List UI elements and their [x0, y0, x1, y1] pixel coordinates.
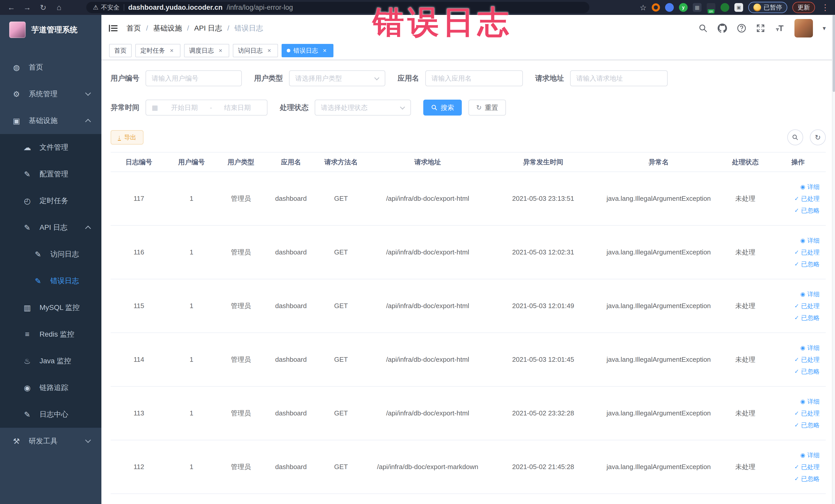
extension-sprout-icon[interactable]: [720, 3, 729, 12]
mark-ignored-link[interactable]: ✓已忽略: [794, 475, 820, 483]
close-icon[interactable]: ×: [321, 47, 328, 54]
detail-link[interactable]: ◉详细: [800, 451, 820, 459]
mark-processed-link[interactable]: ✓已处理: [794, 409, 820, 418]
refresh-table-button[interactable]: ↻: [810, 129, 826, 145]
sidebar-item-dev-tools[interactable]: ⚒ 研发工具: [0, 428, 101, 455]
browser-reload-button[interactable]: ↻: [37, 2, 50, 13]
app-name-input[interactable]: [431, 75, 517, 82]
profile-paused-pill[interactable]: 已暂停: [748, 2, 787, 13]
browser-toolbar-right: ☆ y ▦ on ▣ 已暂停 更新 ⋮: [640, 2, 830, 13]
font-size-icon[interactable]: [775, 23, 785, 33]
user-id-input[interactable]: [152, 75, 236, 82]
tab-scheduled-tasks[interactable]: 定时任务 ×: [135, 44, 180, 57]
sidebar-item-file-management[interactable]: ☁ 文件管理: [0, 134, 101, 161]
sidebar-item-home[interactable]: ◍ 首页: [0, 54, 101, 81]
main-area: 首页 / 基础设施 / API 日志 / 错误日志: [101, 15, 835, 504]
sidebar-item-access-log[interactable]: ✎ 访问日志: [0, 241, 101, 267]
extension-grid-icon[interactable]: ▦: [693, 3, 701, 12]
mark-processed-link[interactable]: ✓已处理: [794, 356, 820, 364]
browser-home-button[interactable]: ⌂: [53, 2, 66, 13]
user-avatar[interactable]: [794, 19, 813, 38]
table-row: 117 1 管理员 dashboard GET /api/infra/db-do…: [110, 172, 826, 225]
page-scrollbar[interactable]: [832, 15, 835, 504]
browser-update-button[interactable]: 更新: [792, 2, 815, 13]
cell-log-id: 117: [110, 172, 167, 225]
toolbox-icon: ⚒: [11, 437, 22, 446]
date-range-separator: -: [208, 104, 213, 112]
chart-icon: ▥: [22, 303, 33, 312]
tab-home[interactable]: 首页: [109, 44, 132, 57]
end-date-placeholder: 结束日期: [213, 103, 261, 112]
tab-access-log[interactable]: 访问日志 ×: [233, 44, 278, 57]
extension-adblock-icon[interactable]: [652, 3, 660, 12]
sidebar-item-trace[interactable]: ◉ 链路追踪: [0, 374, 101, 401]
breadcrumb-api-log[interactable]: API 日志: [194, 23, 222, 33]
cell-request-url: /api/infra/db-doc/export-markdown: [366, 440, 489, 494]
filter-user-id: 用户编号: [110, 70, 242, 86]
sidebar-logo[interactable]: 芋道管理系统: [0, 15, 101, 45]
mark-processed-link[interactable]: ✓已处理: [794, 302, 820, 310]
app-window: 芋道管理系统 ◍ 首页 ⚙ 系统管理 ▣ 基础设施: [0, 15, 835, 504]
mark-processed-link[interactable]: ✓已处理: [794, 195, 820, 203]
request-url-input[interactable]: [576, 75, 661, 82]
detail-link[interactable]: ◉详细: [800, 290, 820, 298]
col-exception-name: 异常名: [597, 152, 720, 172]
sidebar-item-log-center[interactable]: ✎ 日志中心: [0, 401, 101, 428]
mark-processed-link[interactable]: ✓已处理: [794, 463, 820, 471]
mark-ignored-link[interactable]: ✓已忽略: [794, 260, 820, 268]
hamburger-icon[interactable]: [101, 15, 125, 42]
mark-ignored-link[interactable]: ✓已忽略: [794, 421, 820, 429]
breadcrumb-infrastructure[interactable]: 基础设施: [153, 23, 182, 33]
sidebar-item-error-log[interactable]: ✎ 错误日志: [0, 267, 101, 294]
extension-switch-icon[interactable]: on: [707, 3, 715, 12]
mark-ignored-link[interactable]: ✓已忽略: [794, 314, 820, 322]
sidebar-item-api-log[interactable]: ✎ API 日志: [0, 214, 101, 241]
extension-green-icon[interactable]: y: [679, 3, 688, 12]
browser-menu-icon[interactable]: ⋮: [820, 3, 830, 12]
tab-schedule-log[interactable]: 调度日志 ×: [184, 44, 229, 57]
extension-blue-icon[interactable]: [665, 3, 674, 12]
reset-button[interactable]: ↻ 重置: [468, 100, 506, 116]
date-range-picker[interactable]: ▦ 开始日期 - 结束日期: [145, 100, 267, 116]
sidebar-item-scheduled-tasks[interactable]: ◴ 定时任务: [0, 187, 101, 214]
help-icon[interactable]: [737, 24, 746, 33]
mark-ignored-link[interactable]: ✓已忽略: [794, 206, 820, 215]
github-icon[interactable]: [717, 23, 727, 33]
toggle-search-button[interactable]: [787, 129, 803, 145]
sidebar-item-java-monitor[interactable]: ♨ Java 监控: [0, 348, 101, 374]
sidebar-item-mysql-monitor[interactable]: ▥ MySQL 监控: [0, 294, 101, 321]
breadcrumb-home[interactable]: 首页: [126, 23, 141, 33]
sidebar-item-infrastructure[interactable]: ▣ 基础设施: [0, 107, 101, 134]
user-type-select[interactable]: 请选择用户类型: [289, 70, 385, 86]
close-icon[interactable]: ×: [168, 47, 175, 54]
process-status-select[interactable]: 请选择处理状态: [315, 100, 411, 116]
browser-back-button[interactable]: ←: [5, 2, 18, 13]
address-bar[interactable]: ⚠ 不安全 dashboard.yudao.iocoder.cn/infra/l…: [86, 2, 589, 13]
detail-link[interactable]: ◉详细: [800, 398, 820, 406]
sidebar-item-redis-monitor[interactable]: ≡ Redis 监控: [0, 321, 101, 348]
sidebar-item-config-management[interactable]: ✎ 配置管理: [0, 161, 101, 187]
search-icon[interactable]: [698, 24, 708, 33]
extensions-puzzle-icon[interactable]: ▣: [734, 3, 743, 12]
detail-link[interactable]: ◉详细: [800, 344, 820, 352]
search-button[interactable]: 搜索: [423, 100, 462, 116]
sidebar-item-label: 基础设施: [29, 116, 58, 125]
mark-ignored-link[interactable]: ✓已忽略: [794, 367, 820, 376]
bookmark-star-icon[interactable]: ☆: [640, 3, 647, 12]
action-label: 已处理: [801, 463, 820, 471]
browser-forward-button[interactable]: →: [21, 2, 34, 13]
tab-error-log[interactable]: 错误日志 ×: [282, 44, 333, 57]
close-icon[interactable]: ×: [217, 47, 224, 54]
check-icon: ✓: [794, 422, 799, 428]
close-icon[interactable]: ×: [266, 47, 273, 54]
fullscreen-icon[interactable]: [756, 24, 765, 33]
export-button[interactable]: ↓ 导出: [110, 130, 143, 144]
cell-app-name: dashboard: [266, 333, 316, 386]
scrollbar-thumb[interactable]: [833, 15, 835, 92]
sidebar-item-system-management[interactable]: ⚙ 系统管理: [0, 81, 101, 107]
avatar-caret-icon[interactable]: ▾: [823, 25, 826, 32]
detail-link[interactable]: ◉详细: [800, 237, 820, 245]
detail-link[interactable]: ◉详细: [800, 183, 820, 191]
mark-processed-link[interactable]: ✓已处理: [794, 248, 820, 257]
security-warning[interactable]: ⚠ 不安全: [93, 3, 120, 12]
